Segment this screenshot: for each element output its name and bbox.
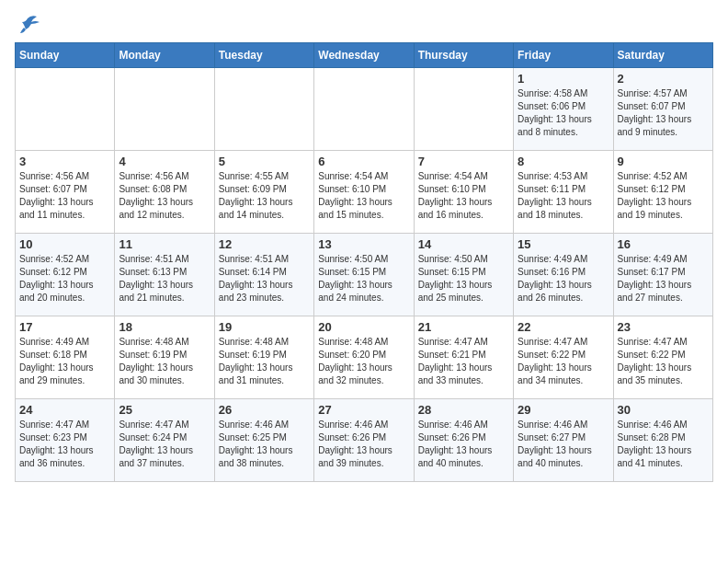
- calendar-cell: 23Sunrise: 4:47 AM Sunset: 6:22 PM Dayli…: [613, 316, 712, 399]
- header-row: SundayMondayTuesdayWednesdayThursdayFrid…: [16, 43, 713, 68]
- calendar-cell: [16, 68, 115, 151]
- day-info: Sunrise: 4:46 AM Sunset: 6:26 PM Dayligh…: [318, 419, 409, 470]
- calendar-cell: 9Sunrise: 4:52 AM Sunset: 6:12 PM Daylig…: [613, 151, 712, 234]
- day-number: 8: [518, 155, 609, 168]
- day-info: Sunrise: 4:52 AM Sunset: 6:12 PM Dayligh…: [19, 253, 110, 304]
- day-number: 6: [318, 155, 409, 168]
- day-number: 25: [119, 403, 210, 417]
- calendar-cell: 24Sunrise: 4:47 AM Sunset: 6:23 PM Dayli…: [16, 399, 115, 482]
- day-number: 16: [618, 237, 709, 251]
- calendar-cell: 10Sunrise: 4:52 AM Sunset: 6:12 PM Dayli…: [16, 234, 115, 316]
- day-info: Sunrise: 4:58 AM Sunset: 6:06 PM Dayligh…: [518, 87, 609, 139]
- col-header-sunday: Sunday: [16, 43, 115, 68]
- day-info: Sunrise: 4:47 AM Sunset: 6:23 PM Dayligh…: [19, 419, 110, 470]
- calendar-cell: 22Sunrise: 4:47 AM Sunset: 6:22 PM Dayli…: [514, 316, 613, 399]
- day-info: Sunrise: 4:46 AM Sunset: 6:27 PM Dayligh…: [518, 419, 609, 470]
- day-info: Sunrise: 4:49 AM Sunset: 6:18 PM Dayligh…: [19, 336, 110, 387]
- day-number: 27: [318, 403, 409, 417]
- calendar-cell: 17Sunrise: 4:49 AM Sunset: 6:18 PM Dayli…: [16, 316, 115, 399]
- day-info: Sunrise: 4:51 AM Sunset: 6:13 PM Dayligh…: [119, 253, 210, 304]
- calendar-cell: 14Sunrise: 4:50 AM Sunset: 6:15 PM Dayli…: [414, 234, 513, 316]
- day-info: Sunrise: 4:49 AM Sunset: 6:16 PM Dayligh…: [518, 253, 609, 304]
- day-number: 19: [219, 320, 310, 334]
- calendar-cell: 13Sunrise: 4:50 AM Sunset: 6:15 PM Dayli…: [314, 234, 414, 316]
- day-number: 14: [418, 237, 509, 251]
- logo: [15, 15, 44, 35]
- calendar-cell: 27Sunrise: 4:46 AM Sunset: 6:26 PM Dayli…: [314, 399, 414, 482]
- day-number: 26: [219, 403, 310, 417]
- day-number: 7: [418, 155, 509, 168]
- day-number: 20: [318, 320, 409, 334]
- day-info: Sunrise: 4:56 AM Sunset: 6:08 PM Dayligh…: [119, 170, 210, 222]
- day-number: 23: [618, 320, 709, 334]
- calendar-cell: 19Sunrise: 4:48 AM Sunset: 6:19 PM Dayli…: [214, 316, 313, 399]
- day-number: 4: [119, 155, 210, 168]
- calendar-cell: 21Sunrise: 4:47 AM Sunset: 6:21 PM Dayli…: [414, 316, 513, 399]
- day-info: Sunrise: 4:51 AM Sunset: 6:14 PM Dayligh…: [219, 253, 310, 304]
- calendar-cell: 30Sunrise: 4:46 AM Sunset: 6:28 PM Dayli…: [613, 399, 712, 482]
- calendar-cell: 29Sunrise: 4:46 AM Sunset: 6:27 PM Dayli…: [514, 399, 613, 482]
- day-number: 29: [518, 403, 609, 417]
- day-info: Sunrise: 4:48 AM Sunset: 6:19 PM Dayligh…: [119, 336, 210, 387]
- day-number: 13: [318, 237, 409, 251]
- calendar-week-4: 17Sunrise: 4:49 AM Sunset: 6:18 PM Dayli…: [16, 316, 713, 399]
- day-number: 11: [119, 237, 210, 251]
- col-header-wednesday: Wednesday: [314, 43, 414, 68]
- header: [15, 15, 713, 35]
- day-number: 18: [119, 320, 210, 334]
- day-number: 17: [19, 320, 110, 334]
- day-number: 5: [219, 155, 310, 168]
- calendar-cell: 7Sunrise: 4:54 AM Sunset: 6:10 PM Daylig…: [414, 151, 513, 234]
- day-info: Sunrise: 4:47 AM Sunset: 6:22 PM Dayligh…: [518, 336, 609, 387]
- day-number: 9: [618, 155, 709, 168]
- day-info: Sunrise: 4:50 AM Sunset: 6:15 PM Dayligh…: [418, 253, 509, 304]
- day-info: Sunrise: 4:54 AM Sunset: 6:10 PM Dayligh…: [318, 170, 409, 222]
- day-number: 22: [518, 320, 609, 334]
- day-number: 3: [19, 155, 110, 168]
- calendar-header: SundayMondayTuesdayWednesdayThursdayFrid…: [16, 43, 713, 68]
- logo-bird-icon: [15, 15, 40, 35]
- day-info: Sunrise: 4:56 AM Sunset: 6:07 PM Dayligh…: [19, 170, 110, 222]
- day-number: 10: [19, 237, 110, 251]
- day-info: Sunrise: 4:54 AM Sunset: 6:10 PM Dayligh…: [418, 170, 509, 222]
- calendar-cell: 8Sunrise: 4:53 AM Sunset: 6:11 PM Daylig…: [514, 151, 613, 234]
- day-number: 12: [219, 237, 310, 251]
- day-info: Sunrise: 4:48 AM Sunset: 6:20 PM Dayligh…: [318, 336, 409, 387]
- col-header-monday: Monday: [115, 43, 214, 68]
- calendar-cell: [214, 68, 313, 151]
- calendar-cell: 26Sunrise: 4:46 AM Sunset: 6:25 PM Dayli…: [214, 399, 313, 482]
- calendar-table: SundayMondayTuesdayWednesdayThursdayFrid…: [15, 42, 713, 482]
- day-number: 15: [518, 237, 609, 251]
- calendar-week-1: 1Sunrise: 4:58 AM Sunset: 6:06 PM Daylig…: [16, 68, 713, 151]
- calendar-cell: 16Sunrise: 4:49 AM Sunset: 6:17 PM Dayli…: [613, 234, 712, 316]
- calendar-cell: 15Sunrise: 4:49 AM Sunset: 6:16 PM Dayli…: [514, 234, 613, 316]
- day-number: 24: [19, 403, 110, 417]
- day-number: 21: [418, 320, 509, 334]
- day-info: Sunrise: 4:48 AM Sunset: 6:19 PM Dayligh…: [219, 336, 310, 387]
- col-header-friday: Friday: [514, 43, 613, 68]
- day-info: Sunrise: 4:57 AM Sunset: 6:07 PM Dayligh…: [618, 87, 709, 139]
- day-info: Sunrise: 4:50 AM Sunset: 6:15 PM Dayligh…: [318, 253, 409, 304]
- calendar-cell: 5Sunrise: 4:55 AM Sunset: 6:09 PM Daylig…: [214, 151, 313, 234]
- calendar-cell: 3Sunrise: 4:56 AM Sunset: 6:07 PM Daylig…: [16, 151, 115, 234]
- day-info: Sunrise: 4:47 AM Sunset: 6:21 PM Dayligh…: [418, 336, 509, 387]
- calendar-week-3: 10Sunrise: 4:52 AM Sunset: 6:12 PM Dayli…: [16, 234, 713, 316]
- calendar-cell: 20Sunrise: 4:48 AM Sunset: 6:20 PM Dayli…: [314, 316, 414, 399]
- day-info: Sunrise: 4:46 AM Sunset: 6:25 PM Dayligh…: [219, 419, 310, 470]
- calendar-week-2: 3Sunrise: 4:56 AM Sunset: 6:07 PM Daylig…: [16, 151, 713, 234]
- day-number: 28: [418, 403, 509, 417]
- calendar-cell: 6Sunrise: 4:54 AM Sunset: 6:10 PM Daylig…: [314, 151, 414, 234]
- calendar-body: 1Sunrise: 4:58 AM Sunset: 6:06 PM Daylig…: [16, 68, 713, 482]
- calendar-cell: [414, 68, 513, 151]
- calendar-cell: 12Sunrise: 4:51 AM Sunset: 6:14 PM Dayli…: [214, 234, 313, 316]
- calendar-cell: 1Sunrise: 4:58 AM Sunset: 6:06 PM Daylig…: [514, 68, 613, 151]
- calendar-cell: 2Sunrise: 4:57 AM Sunset: 6:07 PM Daylig…: [613, 68, 712, 151]
- calendar-cell: [314, 68, 414, 151]
- day-info: Sunrise: 4:46 AM Sunset: 6:26 PM Dayligh…: [418, 419, 509, 470]
- day-info: Sunrise: 4:47 AM Sunset: 6:24 PM Dayligh…: [119, 419, 210, 470]
- calendar-cell: 28Sunrise: 4:46 AM Sunset: 6:26 PM Dayli…: [414, 399, 513, 482]
- col-header-saturday: Saturday: [613, 43, 712, 68]
- calendar-cell: 4Sunrise: 4:56 AM Sunset: 6:08 PM Daylig…: [115, 151, 214, 234]
- day-number: 30: [618, 403, 709, 417]
- day-number: 2: [618, 72, 709, 86]
